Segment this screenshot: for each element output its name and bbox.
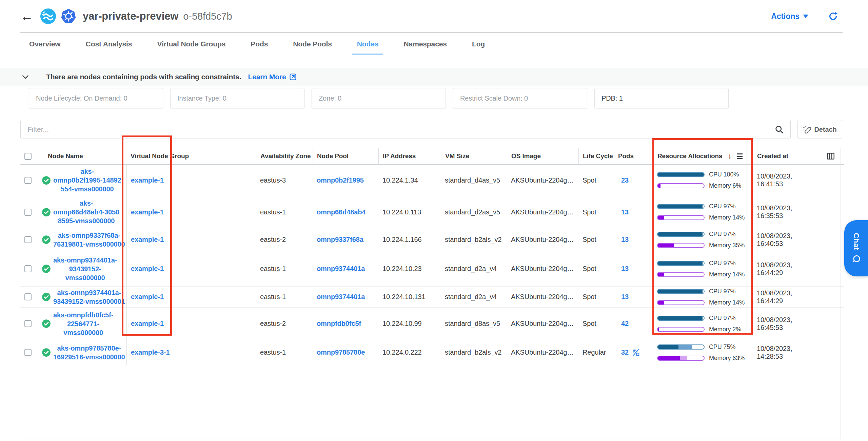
pods-count-link[interactable]: 13 bbox=[621, 293, 629, 301]
node-name-link[interactable]: aks-omnp9374401a- 93439152- vmss000000 bbox=[53, 256, 117, 282]
virtual-node-group-link[interactable]: example-1 bbox=[131, 208, 164, 216]
node-name-link[interactable]: aks-omnp9337f68a- 76319801-vmss000000 bbox=[53, 231, 125, 249]
chip-instance-type[interactable]: Instance Type: 0 bbox=[170, 88, 304, 108]
cpu-usage-bar bbox=[657, 204, 705, 209]
tab-cost-analysis[interactable]: Cost Analysis bbox=[86, 33, 132, 56]
table-column-divider bbox=[841, 148, 841, 439]
node-pool-link[interactable]: omnp0b2f1995 bbox=[317, 176, 364, 184]
vm-size-value: standard_d2as_v5 bbox=[445, 208, 500, 216]
memory-usage-label: Memory 14% bbox=[709, 271, 745, 278]
status-ok-icon bbox=[42, 235, 51, 244]
table-row: aks-omnp9374401a- 93439152- vmss000000 e… bbox=[20, 251, 844, 287]
node-name-link[interactable]: aks- omnp0b2f1995-14892 554-vmss000000 bbox=[53, 167, 121, 193]
actions-label: Actions bbox=[771, 12, 800, 21]
column-menu-icon[interactable] bbox=[737, 153, 743, 159]
learn-more-link[interactable]: Learn More bbox=[248, 73, 297, 81]
status-ok-icon bbox=[42, 319, 51, 328]
node-name-link[interactable]: aks-omnp9374401a- 93439152-vmss000001 bbox=[53, 288, 125, 306]
chip-node-lifecycle[interactable]: Node Lifecycle: On Demand: 0 bbox=[29, 88, 163, 108]
node-pool-link[interactable]: omnp9337f68a bbox=[317, 236, 363, 244]
node-name-link[interactable]: aks-omnp9785780e- 16929516-vmss000000 bbox=[53, 344, 125, 361]
col-os-image[interactable]: OS Image bbox=[507, 148, 578, 164]
detach-icon bbox=[803, 125, 811, 133]
col-node-pool[interactable]: Node Pool bbox=[313, 148, 378, 164]
virtual-node-group-link[interactable]: example-1 bbox=[131, 236, 164, 244]
pods-count-link[interactable]: 32 bbox=[621, 349, 629, 356]
virtual-node-group-link[interactable]: example-1 bbox=[131, 265, 164, 273]
notice-banner: There are nodes containing pods with sca… bbox=[0, 68, 868, 86]
row-checkbox[interactable] bbox=[24, 236, 32, 243]
node-pool-link[interactable]: omnp66d48ab4 bbox=[317, 208, 366, 216]
life-cycle-value: Spot bbox=[583, 236, 596, 244]
virtual-node-group-link[interactable]: example-1 bbox=[131, 293, 164, 301]
detach-button[interactable]: Detach bbox=[797, 120, 842, 139]
col-ip-address[interactable]: IP Address bbox=[378, 148, 441, 164]
row-checkbox[interactable] bbox=[24, 293, 32, 300]
tab-pods[interactable]: Pods bbox=[251, 33, 268, 56]
os-image-value: AKSUbuntu-2204g… bbox=[511, 349, 574, 356]
pods-count-link[interactable]: 13 bbox=[621, 265, 629, 273]
col-virtual-node-group[interactable]: Virtual Node Group bbox=[126, 148, 256, 164]
node-pool-link[interactable]: omnp9374401a bbox=[317, 265, 365, 273]
resource-allocations-cell: CPU 75% Memory 63% bbox=[657, 341, 745, 364]
node-name-link[interactable]: aks-omnpfdb0fc5f- 22564771- vmss000000 bbox=[53, 311, 113, 337]
pods-count-link[interactable]: 23 bbox=[621, 176, 629, 184]
filter-chips: Node Lifecycle: On Demand: 0 Instance Ty… bbox=[29, 88, 729, 108]
tab-virtual-node-groups[interactable]: Virtual Node Groups bbox=[157, 33, 225, 56]
vm-size-value: standard_d4as_v5 bbox=[445, 176, 500, 184]
pods-count-link[interactable]: 13 bbox=[621, 236, 629, 244]
ip-address-value: 10.224.10.131 bbox=[382, 293, 426, 301]
life-cycle-value: Spot bbox=[583, 176, 596, 184]
node-name-link[interactable]: aks- omnp66d48ab4-3050 8595-vmss000000 bbox=[53, 199, 119, 225]
tab-namespaces[interactable]: Namespaces bbox=[403, 33, 447, 56]
virtual-node-group-link[interactable]: example-1 bbox=[131, 176, 164, 184]
row-checkbox[interactable] bbox=[24, 349, 32, 356]
cpu-usage-bar bbox=[657, 172, 705, 177]
columns-icon[interactable] bbox=[826, 152, 835, 161]
node-pool-link[interactable]: omnp9785780e bbox=[317, 349, 365, 356]
created-at-value: 10/08/2023, 16:44:29 bbox=[757, 289, 820, 305]
back-arrow-icon[interactable]: ← bbox=[20, 10, 33, 23]
row-checkbox[interactable] bbox=[24, 209, 32, 216]
select-all-checkbox[interactable] bbox=[24, 153, 32, 160]
virtual-node-group-link[interactable]: example-3-1 bbox=[131, 349, 170, 356]
node-pool-link[interactable]: omnp9374401a bbox=[317, 293, 365, 301]
refresh-icon[interactable] bbox=[828, 11, 838, 21]
memory-usage-bar bbox=[657, 183, 705, 188]
tab-nodes[interactable]: Nodes bbox=[357, 33, 379, 56]
col-life-cycle[interactable]: Life Cycle bbox=[578, 148, 614, 164]
chip-pdb[interactable]: PDB: 1 bbox=[594, 88, 729, 108]
resource-allocations-label[interactable]: Resource Allocations bbox=[657, 152, 723, 160]
node-pool-link[interactable]: omnpfdb0fc5f bbox=[317, 320, 361, 328]
tab-overview[interactable]: Overview bbox=[29, 33, 61, 56]
col-created-at[interactable]: Created at bbox=[753, 148, 820, 164]
col-vm-size[interactable]: VM Size bbox=[441, 148, 507, 164]
life-cycle-value: Spot bbox=[583, 320, 596, 328]
chip-zone[interactable]: Zone: 0 bbox=[312, 88, 446, 108]
ip-address-value: 10.224.10.99 bbox=[382, 320, 422, 328]
sort-desc-icon[interactable]: ↓ bbox=[728, 152, 731, 160]
chat-button[interactable]: Chat bbox=[844, 220, 868, 276]
col-availability-zone[interactable]: Availability Zone bbox=[256, 148, 313, 164]
search-icon[interactable] bbox=[774, 125, 784, 134]
collapse-chevron-icon[interactable] bbox=[21, 72, 30, 81]
os-image-value: AKSUbuntu-2204g… bbox=[511, 236, 574, 244]
tab-log[interactable]: Log bbox=[472, 33, 485, 56]
cpu-usage-bar bbox=[657, 289, 705, 294]
pods-count-link[interactable]: 13 bbox=[621, 208, 629, 216]
virtual-node-group-link[interactable]: example-1 bbox=[131, 320, 164, 328]
col-node-name[interactable]: Node Name bbox=[39, 148, 126, 164]
row-checkbox[interactable] bbox=[24, 177, 32, 184]
memory-usage-bar bbox=[657, 300, 705, 305]
os-image-value: AKSUbuntu-2204g… bbox=[511, 265, 574, 273]
os-image-value: AKSUbuntu-2204g… bbox=[511, 208, 574, 216]
col-pods[interactable]: Pods bbox=[614, 148, 653, 164]
actions-button[interactable]: Actions bbox=[771, 12, 808, 21]
row-checkbox[interactable] bbox=[24, 265, 32, 272]
row-checkbox[interactable] bbox=[24, 320, 32, 327]
pods-count-link[interactable]: 42 bbox=[621, 320, 629, 328]
filter-input[interactable] bbox=[20, 120, 791, 139]
tab-node-pools[interactable]: Node Pools bbox=[293, 33, 332, 56]
chip-restrict-scale-down[interactable]: Restrict Scale Down: 0 bbox=[453, 88, 587, 108]
memory-usage-bar bbox=[657, 356, 705, 361]
